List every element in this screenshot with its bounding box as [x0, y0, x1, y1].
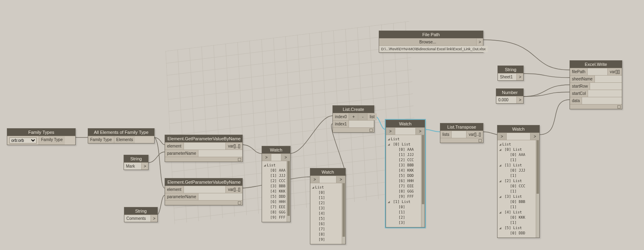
out-port[interactable]: Family Type — [39, 136, 65, 145]
node-family-types[interactable]: Family Types orb:orb Family Type — [7, 128, 76, 145]
node-get-param-1[interactable]: Element.GetParameterValueByName element … — [165, 135, 243, 162]
number-input[interactable]: 0.000 — [496, 96, 517, 103]
in-startcol[interactable]: startCol — [570, 90, 588, 97]
out-port[interactable]: var[]..[] — [226, 186, 242, 193]
node-string-comments[interactable]: String Comments > — [124, 207, 158, 222]
out-port[interactable]: > — [530, 133, 539, 140]
node-title: Element.GetParameterValueByName — [165, 178, 242, 186]
node-title: All Elements of Family Type — [88, 129, 154, 136]
in-startrow[interactable]: startRow — [570, 83, 590, 90]
browse-button[interactable]: Browse... — [379, 39, 477, 45]
node-string-mark[interactable]: String Mark > — [124, 155, 149, 170]
node-title: Watch — [497, 125, 539, 133]
node-title: List.Create — [333, 106, 374, 113]
node-footer — [165, 157, 242, 162]
out-port[interactable]: > — [517, 74, 523, 80]
node-list-transpose[interactable]: List.Transpose lists var[]..[] — [440, 123, 483, 143]
watch-body: ◢List◢ [0] List [0] AAA [1]◢ [1] List [0… — [497, 140, 539, 238]
node-title: Excel.Write — [570, 61, 622, 68]
out-port[interactable]: > — [336, 176, 345, 183]
node-title: String — [498, 66, 523, 73]
out-port[interactable]: var[]..[] — [226, 143, 242, 150]
in-data[interactable]: data — [570, 97, 582, 104]
string-input[interactable]: Comments — [124, 215, 151, 222]
string-input[interactable]: Sheet1 — [498, 74, 517, 80]
dynamo-canvas[interactable]: Family Types orb:orb Family Type All Ele… — [0, 0, 644, 250]
in-sheetname[interactable]: sheetName — [570, 76, 595, 82]
out-port[interactable]: > — [142, 163, 148, 170]
in-port[interactable]: > — [386, 128, 395, 135]
node-number[interactable]: Number 0.000> — [496, 88, 524, 104]
add-port-button[interactable]: + — [349, 113, 358, 120]
remove-port-button[interactable]: - — [358, 113, 367, 120]
in-port[interactable]: > — [262, 154, 271, 161]
node-footer — [333, 127, 374, 132]
node-title: Watch — [386, 120, 425, 127]
out-port[interactable]: > — [151, 215, 157, 222]
node-file-path[interactable]: File Path Browse... > D:\...\Revit\DYNAM… — [379, 31, 483, 53]
string-input[interactable]: Mark — [124, 163, 142, 170]
out-port[interactable]: Elements — [114, 136, 135, 143]
node-watch-4[interactable]: Watch >> ◢List◢ [0] List [0] AAA [1]◢ [1… — [497, 125, 540, 238]
out-port[interactable]: var[][] — [608, 68, 622, 75]
node-title: Watch — [262, 146, 290, 154]
node-list-create[interactable]: List.Create index0 + - list index1 — [332, 105, 374, 133]
node-footer — [440, 138, 483, 143]
out-port[interactable]: > — [416, 128, 425, 135]
node-title: List.Transpose — [440, 123, 483, 131]
node-watch-2[interactable]: Watch >> ◢List [0] [1] [2] [3] [4] [5] [… — [310, 168, 346, 244]
node-excel-write[interactable]: Excel.Write filePathvar[][] sheetName st… — [570, 60, 622, 109]
node-string-sheet[interactable]: String Sheet1> — [497, 66, 524, 81]
in-parametername[interactable]: parameterName — [165, 150, 198, 157]
in-port[interactable]: Family Type — [88, 136, 114, 143]
watch-body: ◢List◢ [0] List [0] AAA [1] JJJ [2] CCC … — [386, 135, 425, 227]
in-parametername[interactable]: parameterName — [165, 193, 198, 200]
out-port[interactable]: list — [367, 113, 376, 120]
in-element[interactable]: element — [165, 143, 184, 150]
out-port[interactable]: > — [477, 39, 483, 45]
out-port[interactable]: > — [517, 96, 523, 103]
node-get-param-2[interactable]: Element.GetParameterValueByName element … — [165, 178, 243, 205]
in-lists[interactable]: lists — [440, 131, 452, 138]
node-watch-1[interactable]: Watch >> ◢List [0] AAA [1] JJJ [2] CCC [… — [262, 146, 291, 222]
node-watch-3[interactable]: Watch >> ◢List◢ [0] List [0] AAA [1] JJJ… — [386, 120, 425, 227]
in-element[interactable]: element — [165, 186, 184, 193]
watch-body: ◢List [0] AAA [1] JJJ [2] CCC [3] BBB [4… — [262, 161, 290, 222]
node-footer — [165, 200, 242, 205]
watch-body: ◢List [0] [1] [2] [3] [4] [5] [6] [7] [8… — [310, 183, 345, 244]
out-port[interactable]: > — [281, 154, 290, 161]
node-title: Watch — [310, 168, 345, 176]
in-index1[interactable]: index1 — [333, 121, 349, 127]
node-title: Number — [496, 89, 523, 96]
file-path-display: D:\...\Revit\DYNAMO\Bidirectional Excel … — [379, 46, 488, 52]
node-title: String — [124, 207, 157, 215]
out-port[interactable]: var[]..[] — [466, 131, 483, 138]
node-title: Family Types — [7, 129, 75, 136]
node-title: Element.GetParameterValueByName — [165, 135, 242, 142]
family-type-dropdown[interactable]: orb:orb — [7, 136, 39, 145]
in-port[interactable]: > — [310, 176, 320, 183]
in-index0[interactable]: index0 — [333, 113, 349, 120]
node-footer — [570, 104, 622, 109]
in-port[interactable]: > — [497, 133, 507, 140]
node-all-elements[interactable]: All Elements of Family Type Family Type … — [88, 128, 155, 143]
node-title: String — [124, 155, 148, 162]
node-title: File Path — [379, 31, 483, 38]
